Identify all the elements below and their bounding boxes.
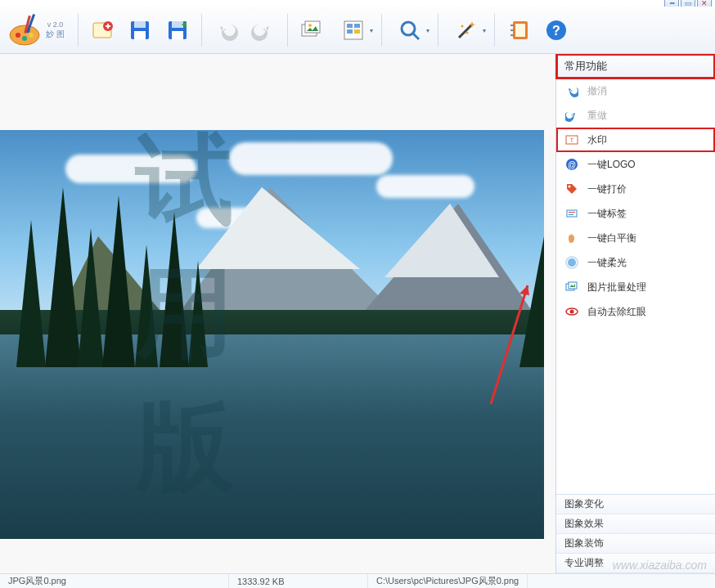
softlight-icon [564,255,579,270]
sidebar-item-batch[interactable]: 图片批量处理 [556,275,715,299]
sidebar-item-label: 一键打价 [587,182,627,196]
svg-rect-21 [347,29,353,34]
svg-rect-14 [172,31,183,39]
eye-icon [564,304,579,319]
svg-rect-11 [134,31,146,39]
chevron-down-icon: ▾ [370,26,373,34]
svg-point-23 [402,22,415,35]
save-as-button[interactable] [160,13,195,47]
svg-point-0 [10,25,39,45]
sidebar-item-label: 一键LOGO [587,158,636,172]
gallery-button[interactable]: ▾ [332,13,375,47]
undo-button[interactable] [209,13,243,47]
svg-rect-40 [567,210,577,217]
status-filesize: 1333.92 KB [229,574,368,588]
save-button[interactable] [123,13,157,47]
sidebar-item-label: 一键柔光 [587,256,627,270]
sidebar-item-label[interactable]: 一键标签 [556,201,715,226]
label-icon [564,206,579,221]
svg-point-25 [465,31,468,34]
sidebar-item-label: 水印 [587,133,607,147]
status-filepath: C:\Users\pc\Pictures\JPG风景0.png [368,574,528,588]
canvas-area[interactable]: 试 用 版 [0,54,555,573]
sidebar-item-whitebalance[interactable]: 一键白平衡 [556,226,715,250]
chevron-down-icon: ▾ [426,26,429,34]
app-name-version: v 2.0 妙 图 [46,20,65,39]
undo-icon [564,83,579,98]
right-sidebar: 常用功能 撤消 重做 T 水印 @ 一键LOGO 一键打价 [555,54,715,573]
svg-point-1 [16,33,20,38]
sidebar-item-logo[interactable]: @ 一键LOGO [556,152,715,177]
sidebar-item-redeye[interactable]: 自动去除红眼 [556,299,715,324]
sidebar-item-label: 重做 [587,109,607,123]
sidebar-item-softlight[interactable]: 一键柔光 [556,250,715,275]
sidebar-item-label: 自动去除红眼 [587,305,646,319]
zoom-button[interactable]: ▾ [389,13,431,47]
magic-wand-button[interactable]: ▾ [445,13,488,47]
svg-point-43 [568,258,576,267]
sidebar-item-label: 撤消 [587,84,607,98]
sidebar-item-watermark[interactable]: T 水印 [556,128,715,152]
image-canvas[interactable]: 试 用 版 [0,130,544,539]
at-icon: @ [564,157,579,172]
redo-icon [564,108,579,123]
redo-button[interactable] [246,13,281,47]
status-filename: JPG风景0.png [0,574,229,588]
toolbar-separator [287,14,288,47]
sidebar-item-undo[interactable]: 撤消 [556,79,715,103]
svg-point-24 [461,25,463,27]
help-button[interactable]: ? [539,13,573,47]
toolbar-separator [201,14,202,47]
svg-rect-10 [134,21,146,28]
panel-header-transform[interactable]: 图象变化 [556,495,715,514]
svg-text:?: ? [552,24,560,38]
svg-point-3 [29,33,34,38]
sidebar-item-label-text: 一键标签 [587,207,627,221]
status-bar: JPG风景0.png 1333.92 KB C:\Users\pc\Pictur… [0,573,715,588]
price-tag-icon [564,182,579,196]
svg-point-48 [570,310,574,314]
toolbar-separator [381,14,382,47]
svg-rect-28 [510,25,514,26]
sidebar-item-label: 图片批量处理 [587,281,646,294]
main-toolbar: v 2.0 妙 图 ▾ ▾ ▾ ? [0,7,715,54]
footer-watermark: www.xiazaiba.com [613,559,707,572]
app-logo-icon [7,12,43,48]
svg-text:@: @ [568,160,576,169]
svg-text:T: T [570,137,574,143]
svg-point-2 [22,36,27,41]
toolbar-separator [494,14,495,47]
toolbar-separator [78,14,79,47]
svg-point-39 [569,186,571,188]
window-titlebar: ━ ▭ ✕ [0,0,715,7]
svg-point-17 [308,24,312,27]
sidebar-item-label: 一键白平衡 [587,231,636,245]
svg-rect-20 [354,24,360,28]
panel-header-common[interactable]: 常用功能 [556,54,715,79]
hand-icon [564,231,579,245]
chevron-down-icon: ▾ [483,26,486,34]
batch-icon [564,280,579,294]
sidebar-item-price[interactable]: 一键打价 [556,177,715,201]
svg-rect-27 [515,24,525,37]
svg-rect-22 [354,29,360,34]
svg-rect-13 [172,21,183,28]
sidebar-item-redo[interactable]: 重做 [556,103,715,128]
new-file-button[interactable] [85,13,119,47]
panel-body-common: 撤消 重做 T 水印 @ 一键LOGO 一键打价 一键标签 [556,79,715,494]
watermark-icon: T [564,132,579,147]
toolbar-separator [438,14,438,47]
svg-rect-29 [510,29,514,31]
image-tools-button[interactable] [295,13,329,47]
svg-rect-41 [569,212,575,213]
panel-header-decorate[interactable]: 图象装饰 [556,534,715,554]
svg-rect-30 [510,34,514,36]
app-logo-area: v 2.0 妙 图 [7,12,65,48]
panel-header-effects[interactable]: 图象效果 [556,514,715,534]
main-area: 试 用 版 常用功能 撤消 重做 T 水印 @ 一键LOGO [0,54,715,573]
svg-rect-42 [569,214,573,215]
notebook-button[interactable] [501,13,536,47]
svg-rect-19 [347,24,353,28]
